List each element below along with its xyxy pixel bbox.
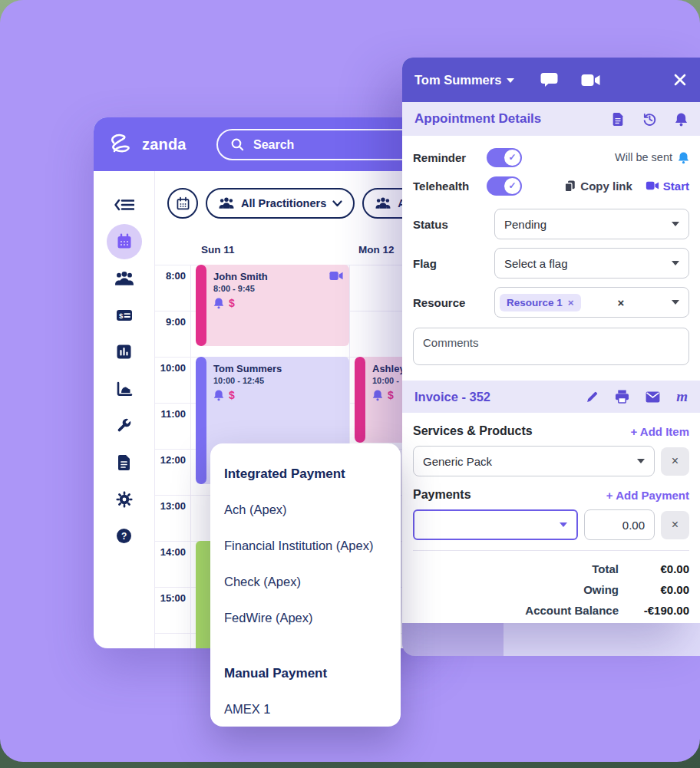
copy-link-button[interactable]: Copy link: [564, 180, 632, 193]
menu-item-check[interactable]: Check (Apex): [224, 564, 387, 600]
client-name-dropdown[interactable]: Tom Summers: [414, 73, 514, 87]
flag-label: Flag: [413, 257, 494, 270]
invoice-totals: Total €0.00 Owing €0.00 Account Balance …: [413, 550, 689, 621]
day-header: Mon 12: [358, 244, 395, 255]
remove-chip-icon[interactable]: ×: [568, 297, 574, 308]
owing-value: €0.00: [619, 583, 689, 596]
svg-text:?: ?: [121, 531, 127, 542]
menu-group-header-integrated: Integrated Payment: [224, 456, 387, 492]
comments-input[interactable]: [413, 328, 689, 365]
payment-due-icon: $: [229, 297, 235, 309]
sidebar-item-tools[interactable]: [116, 415, 132, 436]
reminder-status: Will be sent: [615, 151, 672, 163]
zanda-logo-icon: [107, 133, 135, 156]
people-icon: [114, 270, 134, 287]
telehealth-toggle[interactable]: ✓: [487, 176, 522, 196]
service-select[interactable]: Generic Pack: [413, 446, 655, 476]
search-input[interactable]: Search: [216, 129, 430, 160]
people-icon: [218, 196, 235, 210]
section-title: Appointment Details: [414, 111, 541, 127]
history-icon[interactable]: [642, 111, 657, 127]
sidebar-item-clients[interactable]: [114, 268, 134, 288]
bar-chart-icon: [116, 344, 132, 360]
payments-heading: Payments: [413, 488, 471, 502]
sidebar-item-documents[interactable]: [117, 452, 131, 473]
chat-button[interactable]: [540, 72, 558, 88]
event-time: 8:00 - 9:45: [213, 284, 343, 293]
account-balance-label: Account Balance: [525, 604, 619, 617]
close-panel-button[interactable]: [674, 74, 686, 86]
flag-value: Select a flag: [504, 257, 568, 270]
telehealth-label: Telehealth: [413, 180, 487, 193]
status-value: Pending: [504, 218, 546, 231]
sidebar-item-calendar[interactable]: [107, 224, 142, 259]
payment-method-select[interactable]: [413, 509, 578, 540]
time-label: 8:00: [155, 270, 186, 282]
medicare-icon[interactable]: m: [676, 388, 688, 405]
menu-item-fedwire[interactable]: FedWire (Apex): [224, 600, 387, 636]
sidebar-item-help[interactable]: ?: [116, 526, 132, 546]
menu-item-financial-institution[interactable]: Financial Institution (Apex): [224, 528, 387, 564]
help-icon: ?: [116, 528, 132, 544]
sidebar-collapse-button[interactable]: [114, 194, 134, 215]
payment-amount-input[interactable]: [584, 509, 655, 540]
service-value: Generic Pack: [423, 455, 492, 468]
edit-icon[interactable]: [586, 391, 599, 404]
reminder-toggle[interactable]: ✓: [487, 148, 522, 167]
event-title: John Smith: [213, 271, 343, 282]
status-select[interactable]: Pending: [494, 209, 689, 239]
calendar-view-button[interactable]: [167, 188, 198, 219]
panel-under-card: [402, 623, 700, 656]
email-icon[interactable]: [646, 391, 660, 403]
sidebar-item-analytics[interactable]: [116, 378, 133, 399]
close-icon: [674, 74, 686, 86]
sidebar-item-invoices[interactable]: $: [115, 305, 134, 325]
bell-icon: [678, 151, 689, 164]
day-header: Sun 11: [201, 244, 235, 255]
add-payment-button[interactable]: + Add Payment: [606, 489, 689, 502]
area-chart-icon: [116, 381, 133, 397]
add-item-button[interactable]: + Add Item: [630, 425, 689, 438]
video-icon: [646, 181, 659, 190]
panel-header: Tom Summers: [402, 58, 700, 102]
sidebar-item-settings[interactable]: [116, 489, 133, 509]
resource-chip-label: Resource 1: [507, 297, 563, 308]
sidebar-item-reports[interactable]: [116, 341, 132, 362]
time-label: 13:00: [155, 500, 186, 512]
resource-select[interactable]: Resource 1 × ×: [494, 287, 689, 318]
chevron-down-icon: [672, 261, 679, 265]
bell-icon[interactable]: [675, 112, 688, 127]
billing-icon: $: [115, 308, 134, 323]
menu-item-ach[interactable]: Ach (Apex): [224, 492, 387, 528]
print-icon[interactable]: [615, 390, 629, 404]
menu-group-header-manual: Manual Payment: [224, 655, 387, 691]
svg-text:$: $: [119, 311, 124, 319]
event-title: Tom Summers: [213, 363, 343, 374]
time-label: 12:00: [155, 454, 186, 466]
clear-select-icon[interactable]: ×: [617, 296, 635, 309]
menu-item-amex[interactable]: AMEX 1: [224, 691, 387, 727]
appointment-john-smith[interactable]: John Smith 8:00 - 9:45 $: [196, 265, 349, 346]
flag-select[interactable]: Select a flag: [494, 248, 689, 279]
chevron-down-icon: [672, 300, 679, 305]
time-label: 10:00: [155, 362, 186, 374]
bell-icon: [372, 389, 383, 401]
remove-payment-button[interactable]: ×: [661, 511, 689, 539]
services-heading: Services & Products: [413, 424, 533, 438]
resource-chip[interactable]: Resource 1 ×: [500, 294, 581, 311]
copy-link-label: Copy link: [580, 180, 632, 193]
time-label: 11:00: [155, 408, 186, 420]
payment-method-menu: Integrated Payment Ach (Apex) Financial …: [210, 443, 401, 727]
client-name: Tom Summers: [414, 73, 501, 87]
remove-item-button[interactable]: ×: [661, 447, 689, 476]
bell-icon: [213, 389, 224, 401]
video-call-button[interactable]: [581, 74, 600, 87]
bell-icon: [213, 297, 224, 309]
copy-icon: [564, 180, 576, 193]
time-label: 14:00: [155, 546, 186, 558]
practitioners-filter-label: All Practitioners: [241, 197, 326, 209]
notes-icon[interactable]: [612, 112, 624, 127]
chevron-down-icon: [332, 200, 342, 207]
practitioners-filter-button[interactable]: All Practitioners: [206, 188, 355, 219]
start-telehealth-button[interactable]: Start: [646, 180, 689, 193]
